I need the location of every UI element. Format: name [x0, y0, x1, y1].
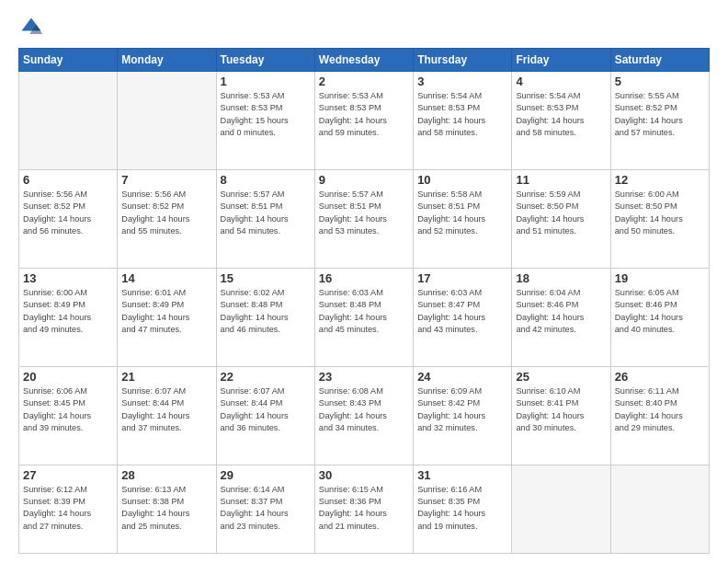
- day-number: 18: [516, 271, 606, 285]
- day-info: Sunrise: 6:01 AM Sunset: 8:49 PM Dayligh…: [121, 287, 211, 336]
- day-info: Sunrise: 5:57 AM Sunset: 8:51 PM Dayligh…: [319, 189, 409, 237]
- day-number: 17: [417, 271, 507, 285]
- day-info: Sunrise: 5:59 AM Sunset: 8:50 PM Dayligh…: [516, 189, 606, 237]
- table-cell: [610, 465, 709, 553]
- day-info: Sunrise: 6:03 AM Sunset: 8:47 PM Dayligh…: [417, 287, 507, 336]
- table-cell: [118, 72, 216, 170]
- table-cell: 23Sunrise: 6:08 AM Sunset: 8:43 PM Dayli…: [314, 366, 413, 465]
- day-info: Sunrise: 5:53 AM Sunset: 8:53 PM Dayligh…: [221, 90, 311, 139]
- table-cell: 3Sunrise: 5:54 AM Sunset: 8:53 PM Daylig…: [414, 72, 512, 170]
- day-number: 9: [319, 173, 409, 187]
- day-info: Sunrise: 6:13 AM Sunset: 8:38 PM Dayligh…: [121, 484, 211, 533]
- day-number: 25: [516, 370, 606, 384]
- table-cell: 28Sunrise: 6:13 AM Sunset: 8:38 PM Dayli…: [118, 465, 216, 553]
- table-cell: 14Sunrise: 6:01 AM Sunset: 8:49 PM Dayli…: [118, 268, 216, 366]
- day-number: 30: [319, 468, 409, 482]
- day-info: Sunrise: 5:58 AM Sunset: 8:51 PM Dayligh…: [417, 189, 507, 237]
- table-cell: 22Sunrise: 6:07 AM Sunset: 8:44 PM Dayli…: [216, 366, 314, 465]
- day-number: 27: [23, 468, 113, 482]
- day-info: Sunrise: 6:05 AM Sunset: 8:46 PM Dayligh…: [615, 287, 705, 336]
- col-thursday: Thursday: [414, 49, 512, 72]
- day-number: 28: [121, 468, 211, 482]
- day-info: Sunrise: 6:16 AM Sunset: 8:35 PM Dayligh…: [417, 484, 507, 533]
- day-number: 20: [23, 370, 113, 384]
- day-number: 26: [615, 370, 705, 384]
- table-cell: [512, 465, 610, 553]
- day-number: 29: [221, 468, 311, 482]
- day-info: Sunrise: 6:07 AM Sunset: 8:44 PM Dayligh…: [221, 385, 311, 434]
- day-number: 14: [121, 271, 211, 285]
- logo: [18, 15, 48, 40]
- table-cell: 10Sunrise: 5:58 AM Sunset: 8:51 PM Dayli…: [414, 169, 512, 268]
- calendar-table: Sunday Monday Tuesday Wednesday Thursday…: [18, 48, 710, 554]
- table-cell: 15Sunrise: 6:02 AM Sunset: 8:48 PM Dayli…: [216, 268, 314, 366]
- col-friday: Friday: [512, 49, 610, 72]
- day-info: Sunrise: 6:06 AM Sunset: 8:45 PM Dayligh…: [23, 385, 113, 434]
- col-sunday: Sunday: [19, 49, 118, 72]
- table-cell: 20Sunrise: 6:06 AM Sunset: 8:45 PM Dayli…: [19, 366, 118, 465]
- day-info: Sunrise: 6:08 AM Sunset: 8:43 PM Dayligh…: [319, 385, 409, 434]
- table-cell: 17Sunrise: 6:03 AM Sunset: 8:47 PM Dayli…: [414, 268, 512, 366]
- table-cell: 8Sunrise: 5:57 AM Sunset: 8:51 PM Daylig…: [216, 169, 314, 268]
- day-info: Sunrise: 6:15 AM Sunset: 8:36 PM Dayligh…: [319, 484, 409, 533]
- table-cell: 16Sunrise: 6:03 AM Sunset: 8:48 PM Dayli…: [314, 268, 413, 366]
- day-number: 21: [121, 370, 211, 384]
- day-number: 6: [23, 173, 113, 187]
- table-cell: 13Sunrise: 6:00 AM Sunset: 8:49 PM Dayli…: [19, 268, 118, 366]
- table-cell: 18Sunrise: 6:04 AM Sunset: 8:46 PM Dayli…: [512, 268, 610, 366]
- table-cell: 2Sunrise: 5:53 AM Sunset: 8:53 PM Daylig…: [314, 72, 413, 170]
- table-cell: [19, 72, 118, 170]
- table-cell: 1Sunrise: 5:53 AM Sunset: 8:53 PM Daylig…: [216, 72, 314, 170]
- day-number: 22: [221, 370, 311, 384]
- col-tuesday: Tuesday: [216, 49, 314, 72]
- day-info: Sunrise: 6:02 AM Sunset: 8:48 PM Dayligh…: [221, 287, 311, 336]
- day-number: 15: [221, 271, 311, 285]
- table-cell: 29Sunrise: 6:14 AM Sunset: 8:37 PM Dayli…: [216, 465, 314, 553]
- day-number: 1: [221, 75, 311, 88]
- day-info: Sunrise: 6:11 AM Sunset: 8:40 PM Dayligh…: [615, 385, 705, 434]
- day-info: Sunrise: 6:00 AM Sunset: 8:49 PM Dayligh…: [23, 287, 113, 336]
- table-cell: 26Sunrise: 6:11 AM Sunset: 8:40 PM Dayli…: [610, 366, 709, 465]
- table-cell: 6Sunrise: 5:56 AM Sunset: 8:52 PM Daylig…: [19, 169, 118, 268]
- logo-icon: [18, 15, 44, 40]
- table-cell: 5Sunrise: 5:55 AM Sunset: 8:52 PM Daylig…: [610, 72, 709, 170]
- day-number: 5: [615, 75, 705, 88]
- table-cell: 11Sunrise: 5:59 AM Sunset: 8:50 PM Dayli…: [512, 169, 610, 268]
- day-number: 24: [417, 370, 507, 384]
- day-info: Sunrise: 6:04 AM Sunset: 8:46 PM Dayligh…: [516, 287, 606, 336]
- day-info: Sunrise: 6:07 AM Sunset: 8:44 PM Dayligh…: [121, 385, 211, 434]
- day-number: 8: [221, 173, 311, 187]
- day-info: Sunrise: 6:00 AM Sunset: 8:50 PM Dayligh…: [615, 189, 705, 237]
- table-cell: 31Sunrise: 6:16 AM Sunset: 8:35 PM Dayli…: [414, 465, 512, 553]
- day-number: 23: [319, 370, 409, 384]
- col-saturday: Saturday: [610, 49, 709, 72]
- day-number: 2: [319, 75, 409, 88]
- day-info: Sunrise: 6:14 AM Sunset: 8:37 PM Dayligh…: [221, 484, 311, 533]
- day-info: Sunrise: 6:12 AM Sunset: 8:39 PM Dayligh…: [23, 484, 113, 533]
- day-info: Sunrise: 5:57 AM Sunset: 8:51 PM Dayligh…: [221, 189, 311, 237]
- day-info: Sunrise: 5:56 AM Sunset: 8:52 PM Dayligh…: [121, 189, 211, 237]
- day-number: 31: [417, 468, 507, 482]
- day-number: 19: [615, 271, 705, 285]
- header: [18, 15, 710, 40]
- table-cell: 9Sunrise: 5:57 AM Sunset: 8:51 PM Daylig…: [314, 169, 413, 268]
- day-info: Sunrise: 5:55 AM Sunset: 8:52 PM Dayligh…: [615, 90, 705, 139]
- page: Sunday Monday Tuesday Wednesday Thursday…: [0, 0, 728, 563]
- day-info: Sunrise: 5:53 AM Sunset: 8:53 PM Dayligh…: [319, 90, 409, 139]
- day-info: Sunrise: 6:10 AM Sunset: 8:41 PM Dayligh…: [516, 385, 606, 434]
- col-wednesday: Wednesday: [314, 49, 413, 72]
- day-number: 16: [319, 271, 409, 285]
- day-info: Sunrise: 5:56 AM Sunset: 8:52 PM Dayligh…: [23, 189, 113, 237]
- table-cell: 7Sunrise: 5:56 AM Sunset: 8:52 PM Daylig…: [118, 169, 216, 268]
- day-info: Sunrise: 5:54 AM Sunset: 8:53 PM Dayligh…: [417, 90, 507, 139]
- day-number: 4: [516, 75, 606, 88]
- calendar-header-row: Sunday Monday Tuesday Wednesday Thursday…: [19, 49, 710, 72]
- day-number: 3: [417, 75, 507, 88]
- table-cell: 25Sunrise: 6:10 AM Sunset: 8:41 PM Dayli…: [512, 366, 610, 465]
- col-monday: Monday: [118, 49, 216, 72]
- table-cell: 19Sunrise: 6:05 AM Sunset: 8:46 PM Dayli…: [610, 268, 709, 366]
- day-info: Sunrise: 6:09 AM Sunset: 8:42 PM Dayligh…: [417, 385, 507, 434]
- table-cell: 21Sunrise: 6:07 AM Sunset: 8:44 PM Dayli…: [118, 366, 216, 465]
- table-cell: 12Sunrise: 6:00 AM Sunset: 8:50 PM Dayli…: [610, 169, 709, 268]
- day-number: 13: [23, 271, 113, 285]
